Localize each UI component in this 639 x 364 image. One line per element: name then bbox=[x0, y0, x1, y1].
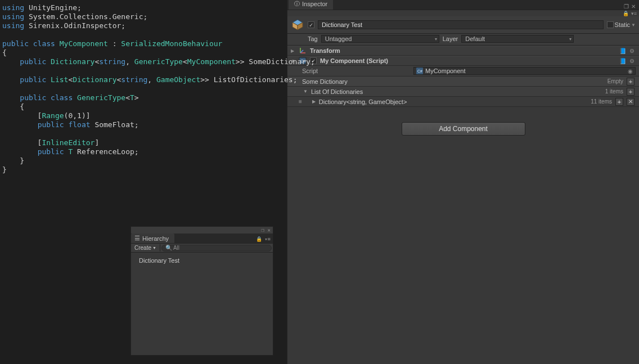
static-checkbox[interactable] bbox=[607, 21, 614, 28]
script-value: MyComponent bbox=[425, 68, 466, 74]
hierarchy-search[interactable]: 🔍 All bbox=[161, 245, 272, 251]
gameobject-active-checkbox[interactable]: ✓ bbox=[308, 21, 314, 28]
add-component-button[interactable]: Add Component bbox=[402, 122, 525, 136]
script-icon: C# bbox=[416, 68, 423, 74]
hierarchy-tab-label: Hierarchy bbox=[142, 235, 169, 242]
info-icon: ⓘ bbox=[294, 0, 300, 8]
popout-icon[interactable]: ❐ bbox=[624, 3, 629, 10]
context-menu-icon[interactable]: ▾≡ bbox=[631, 11, 637, 16]
layer-label: Layer bbox=[443, 35, 458, 42]
script-label: Script bbox=[302, 68, 409, 74]
chevron-down-icon[interactable]: ▼ bbox=[631, 23, 636, 28]
svg-text:C#: C# bbox=[417, 69, 422, 73]
some-dictionary-state: Empty bbox=[608, 78, 623, 84]
close-icon[interactable]: ✕ bbox=[631, 3, 636, 10]
inspector-tab-label: Inspector bbox=[302, 1, 327, 7]
close-icon[interactable]: ✕ bbox=[268, 227, 271, 233]
dictionary-item-label: Dictionary<string, GameObject> bbox=[319, 98, 587, 105]
mycomponent-header[interactable]: ▼ C# ✓ My Component (Script) 📘 ⚙ bbox=[287, 56, 639, 66]
hierarchy-titlebar: ❐ ✕ bbox=[131, 227, 273, 233]
script-property: Script C# MyComponent ◉ bbox=[287, 66, 639, 77]
hierarchy-tab[interactable]: ☰ Hierarchy bbox=[131, 233, 174, 243]
transform-component-header[interactable]: ▶ Transform 📘 ⚙ bbox=[287, 46, 639, 56]
list-of-dictionaries-row[interactable]: ▼ List Of Dictionaries 1 items + bbox=[287, 87, 639, 97]
hierarchy-panel: ❐ ✕ ☰ Hierarchy 🔒 ▾≡ Create ▼ bbox=[130, 226, 273, 356]
hierarchy-icon: ☰ bbox=[134, 235, 140, 242]
create-dropdown[interactable]: Create ▼ bbox=[131, 244, 160, 251]
inspector-tab[interactable]: ⓘ Inspector bbox=[289, 0, 333, 10]
static-toggle[interactable]: Static ▼ bbox=[607, 21, 636, 28]
gameobject-icon[interactable] bbox=[291, 18, 304, 32]
add-button[interactable]: + bbox=[615, 98, 623, 106]
remove-button[interactable]: ✕ bbox=[627, 98, 634, 106]
static-label: Static bbox=[615, 21, 631, 28]
search-placeholder: All bbox=[173, 245, 179, 251]
lock-icon[interactable]: 🔒 bbox=[623, 11, 629, 16]
list-of-dictionaries-count: 1 items bbox=[605, 88, 623, 95]
dictionary-item-row[interactable]: ≡ ▶ Dictionary<string, GameObject> 11 it… bbox=[287, 97, 639, 107]
gameobject-name-input[interactable] bbox=[318, 20, 604, 29]
gear-icon[interactable]: ⚙ bbox=[628, 57, 636, 65]
add-button[interactable]: + bbox=[627, 78, 634, 86]
help-icon[interactable]: 📘 bbox=[619, 57, 627, 65]
expand-arrow-icon[interactable]: ▶ bbox=[312, 99, 316, 104]
mycomponent-title: My Component (Script) bbox=[320, 57, 615, 64]
code-editor[interactable]: using UnityEngine; using System.Collecti… bbox=[0, 0, 287, 178]
tag-label: Tag bbox=[308, 35, 318, 42]
chevron-down-icon: ▼ bbox=[152, 246, 156, 250]
hierarchy-item[interactable]: Dictionary Test bbox=[139, 257, 265, 264]
layer-dropdown[interactable]: Default bbox=[461, 35, 574, 43]
tag-dropdown[interactable]: Untagged bbox=[321, 35, 439, 43]
gameobject-header: ✓ Static ▼ bbox=[287, 16, 639, 34]
expand-arrow-icon[interactable]: ▶ bbox=[291, 48, 295, 53]
list-of-dictionaries-label: List Of Dictionaries bbox=[311, 88, 602, 95]
context-menu-icon[interactable]: ▾≡ bbox=[264, 236, 271, 242]
drag-handle-icon[interactable]: ≡ bbox=[299, 98, 301, 105]
object-picker-icon[interactable]: ◉ bbox=[628, 68, 633, 74]
expand-arrow-icon[interactable]: ▼ bbox=[303, 89, 308, 94]
some-dictionary-row[interactable]: Some Dictionary Empty + bbox=[287, 77, 639, 87]
gear-icon[interactable]: ⚙ bbox=[628, 47, 636, 55]
some-dictionary-label: Some Dictionary bbox=[302, 78, 604, 85]
add-button[interactable]: + bbox=[627, 88, 634, 96]
lock-icon[interactable]: 🔒 bbox=[256, 236, 262, 242]
script-object-field[interactable]: C# MyComponent ◉ bbox=[413, 67, 636, 75]
help-icon[interactable]: 📘 bbox=[619, 47, 627, 55]
popout-icon[interactable]: ❐ bbox=[261, 227, 264, 233]
dictionary-item-count: 11 items bbox=[591, 98, 612, 105]
create-label: Create bbox=[134, 245, 151, 251]
search-icon: 🔍 bbox=[165, 245, 172, 251]
transform-title: Transform bbox=[310, 47, 615, 54]
transform-icon bbox=[299, 47, 307, 55]
